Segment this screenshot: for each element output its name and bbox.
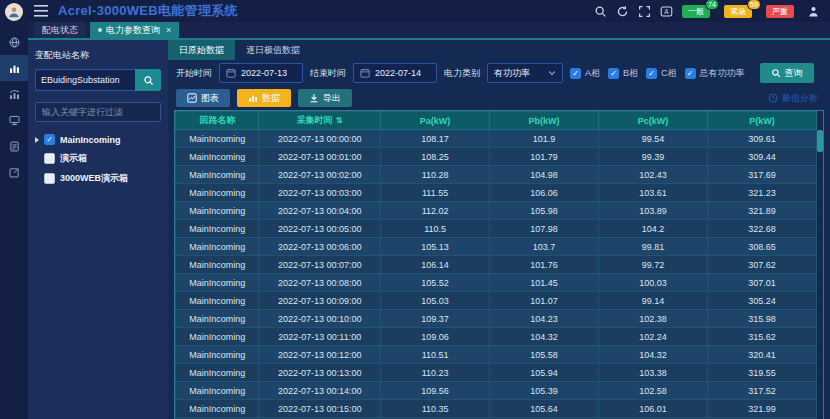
sidebar-item-monitor[interactable] <box>0 29 28 55</box>
alarm-badge-label: 紧急 <box>730 7 746 16</box>
tab-active[interactable]: 日原始数据 <box>168 40 235 60</box>
scrollbar-track[interactable] <box>817 111 823 419</box>
user-avatar[interactable] <box>5 3 23 21</box>
fullscreen-icon[interactable] <box>638 5 651 18</box>
breadcrumb-tab[interactable]: 电力参数查询× <box>90 22 179 38</box>
table-cell: MainIncoming <box>176 292 259 310</box>
column-header: Pb(kW) <box>490 112 599 130</box>
scrollbar-thumb[interactable] <box>817 130 823 152</box>
checkbox[interactable]: ✓ <box>685 68 696 79</box>
bar-chart-icon <box>248 93 258 103</box>
tree-filter-input[interactable] <box>35 102 161 122</box>
table-cell: MainIncoming <box>176 256 259 274</box>
phase-checkboxes: ✓A相✓B相✓C相✓总有功功率 <box>570 67 745 80</box>
action-bar: 图表 数据 导出 最值分析 <box>168 86 830 110</box>
power-category-select[interactable]: 有功功率 <box>487 63 563 83</box>
sidebar-item-settings[interactable] <box>0 159 28 185</box>
table-cell: 103.89 <box>599 202 708 220</box>
sidebar-item-power-query[interactable] <box>0 55 28 81</box>
table-cell: 111.55 <box>381 184 490 202</box>
tree-item-label: 演示箱 <box>60 152 87 165</box>
language-icon[interactable]: A <box>660 5 673 18</box>
tree-item[interactable]: 3000WEB演示箱 <box>35 172 161 185</box>
table-cell: MainIncoming <box>176 328 259 346</box>
alarm-count-badge: 74 <box>706 0 718 9</box>
tree-checkbox[interactable] <box>44 153 55 164</box>
table-body: MainIncoming2022-07-13 00:00:00108.17101… <box>176 130 817 418</box>
main-column: Acrel-3000WEB电能管理系统 A 一般74紧急59严重 <box>28 0 830 419</box>
app-window: Acrel-3000WEB电能管理系统 A 一般74紧急59严重 <box>0 0 830 419</box>
alarm-badge[interactable]: 一般74 <box>682 5 710 18</box>
query-button[interactable]: 查询 <box>760 63 814 83</box>
table-cell: 2022-07-13 00:02:00 <box>259 166 381 184</box>
filter-bar: 开始时间 2022-07-13 结束时间 2022-07-14 电力类别 有功功… <box>168 60 830 86</box>
export-button[interactable]: 导出 <box>298 89 352 107</box>
tree-item[interactable]: 演示箱 <box>35 152 161 165</box>
tab-inactive[interactable]: 逐日极值数据 <box>235 40 311 60</box>
search-icon[interactable] <box>594 5 607 18</box>
table-row: MainIncoming2022-07-13 00:06:00105.13103… <box>176 238 817 256</box>
sidebar-item-devices[interactable] <box>0 107 28 133</box>
tree-item-label: MainIncoming <box>60 135 121 145</box>
bar-chart-icon <box>8 62 21 75</box>
phase-checkbox[interactable]: ✓总有功功率 <box>685 67 745 80</box>
caret-right-icon[interactable] <box>35 137 39 143</box>
station-search-button[interactable] <box>135 69 161 91</box>
close-icon[interactable]: × <box>166 22 171 38</box>
phase-checkbox[interactable]: ✓A相 <box>570 67 600 80</box>
table-cell: MainIncoming <box>176 310 259 328</box>
table-cell: 305.24 <box>708 292 817 310</box>
table-row: MainIncoming2022-07-13 00:14:00109.56105… <box>176 382 817 400</box>
app-title: Acrel-3000WEB电能管理系统 <box>58 2 238 20</box>
end-date-input[interactable]: 2022-07-14 <box>353 63 437 83</box>
table-cell: 110.35 <box>381 400 490 418</box>
checkbox[interactable]: ✓ <box>570 68 581 79</box>
checkbox[interactable]: ✓ <box>608 68 619 79</box>
extremes-analysis-link[interactable]: 最值分析 <box>768 92 818 105</box>
table-cell: 321.99 <box>708 400 817 418</box>
sidebar-item-analysis[interactable] <box>0 81 28 107</box>
tree-checkbox[interactable] <box>44 173 55 184</box>
refresh-icon[interactable] <box>616 5 629 18</box>
checkbox[interactable]: ✓ <box>646 68 657 79</box>
tree-checkbox[interactable]: ✓ <box>44 134 55 145</box>
column-header[interactable]: 采集时间⇅ <box>259 112 381 130</box>
table-cell: 108.17 <box>381 130 490 148</box>
tree-item[interactable]: ✓MainIncoming <box>35 134 161 145</box>
search-icon <box>143 75 154 86</box>
table-cell: 106.06 <box>490 184 599 202</box>
data-view-label: 数据 <box>262 92 280 105</box>
checkbox-label: A相 <box>585 67 600 80</box>
column-header: Pc(kW) <box>599 112 708 130</box>
phase-checkbox[interactable]: ✓C相 <box>646 67 677 80</box>
tree-item-label: 3000WEB演示箱 <box>60 172 128 185</box>
table-cell: MainIncoming <box>176 166 259 184</box>
user-icon[interactable] <box>807 5 820 18</box>
table-cell: 103.38 <box>599 364 708 382</box>
table-cell: 104.2 <box>599 220 708 238</box>
table-cell: 2022-07-13 00:11:00 <box>259 328 381 346</box>
phase-checkbox[interactable]: ✓B相 <box>608 67 638 80</box>
table-cell: 309.44 <box>708 148 817 166</box>
hamburger-menu-icon[interactable] <box>34 5 48 17</box>
table-cell: 104.23 <box>490 310 599 328</box>
sort-icon[interactable]: ⇅ <box>336 116 343 125</box>
chart-view-button[interactable]: 图表 <box>176 89 230 107</box>
alarm-badge[interactable]: 严重 <box>766 5 794 18</box>
search-icon <box>771 68 781 78</box>
table-cell: 103.61 <box>599 184 708 202</box>
data-view-button[interactable]: 数据 <box>237 89 291 107</box>
device-tree: ✓MainIncoming演示箱3000WEB演示箱 <box>35 134 161 185</box>
sidebar-item-reports[interactable] <box>0 133 28 159</box>
station-name-input[interactable] <box>35 69 135 91</box>
alarm-badge[interactable]: 紧急59 <box>724 5 752 18</box>
breadcrumb-tab[interactable]: 配电状态 <box>34 22 86 38</box>
table-cell: 321.23 <box>708 184 817 202</box>
device-monitor-icon <box>8 114 21 127</box>
download-icon <box>309 93 319 103</box>
table-row: MainIncoming2022-07-13 00:05:00110.5107.… <box>176 220 817 238</box>
table-cell: 105.98 <box>490 202 599 220</box>
start-date-input[interactable]: 2022-07-13 <box>219 63 303 83</box>
main-content: 日原始数据逐日极值数据 开始时间 2022-07-13 结束时间 2022-07… <box>168 40 830 419</box>
table-cell: 307.62 <box>708 256 817 274</box>
